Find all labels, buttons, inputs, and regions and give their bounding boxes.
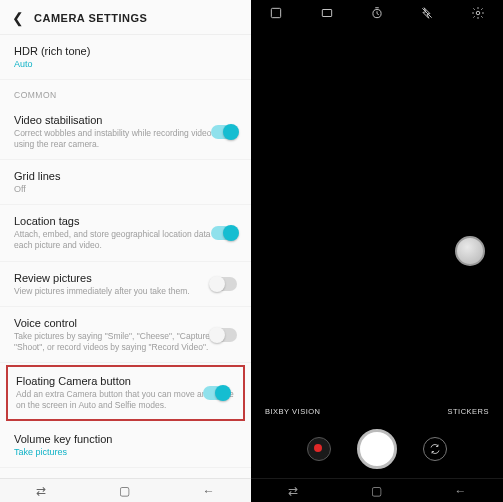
settings-pane: ❮ CAMERA SETTINGS HDR (rich tone) Auto C… bbox=[0, 0, 251, 502]
setting-review-pictures[interactable]: Review pictures View pictures immediatel… bbox=[0, 262, 251, 308]
bixby-vision-button[interactable]: BIXBY VISION bbox=[265, 407, 320, 416]
floating-shutter-button[interactable] bbox=[455, 236, 485, 266]
setting-desc: Attach, embed, and store geographical lo… bbox=[14, 229, 237, 250]
setting-grid-lines[interactable]: Grid lines Off bbox=[0, 160, 251, 205]
svg-point-4 bbox=[476, 11, 480, 15]
toggle[interactable] bbox=[203, 386, 229, 400]
nav-back-icon[interactable]: ← bbox=[455, 484, 467, 498]
section-header: COMMON bbox=[0, 80, 251, 104]
back-icon[interactable]: ❮ bbox=[12, 10, 24, 26]
gallery-thumbnail[interactable] bbox=[307, 437, 331, 461]
page-title: CAMERA SETTINGS bbox=[34, 12, 147, 24]
setting-reset[interactable]: Reset settings bbox=[0, 468, 251, 478]
toggle[interactable] bbox=[211, 125, 237, 139]
svg-rect-1 bbox=[322, 9, 331, 16]
setting-label: Review pictures bbox=[14, 272, 237, 284]
nav-back-icon[interactable]: ← bbox=[203, 484, 215, 498]
setting-location-tags[interactable]: Location tags Attach, embed, and store g… bbox=[0, 205, 251, 261]
nav-home-icon[interactable]: ▢ bbox=[371, 484, 382, 498]
nav-recent-icon[interactable]: ⇄ bbox=[288, 484, 298, 498]
setting-label: Grid lines bbox=[14, 170, 237, 182]
settings-scroll[interactable]: HDR (rich tone) Auto COMMON Video stabil… bbox=[0, 35, 251, 478]
setting-label: Video stabilisation bbox=[14, 114, 237, 126]
gear-icon[interactable] bbox=[471, 6, 485, 23]
setting-hdr[interactable]: HDR (rich tone) Auto bbox=[0, 35, 251, 80]
camera-pane: BIXBY VISION STICKERS ⇄ ▢ ← bbox=[251, 0, 503, 502]
setting-label: Floating Camera button bbox=[16, 375, 235, 387]
expand-icon[interactable] bbox=[269, 6, 283, 23]
settings-header: ❮ CAMERA SETTINGS bbox=[0, 0, 251, 35]
flash-icon[interactable] bbox=[420, 6, 434, 23]
switch-camera-button[interactable] bbox=[423, 437, 447, 461]
nav-bar: ⇄ ▢ ← bbox=[0, 478, 251, 502]
aspect-icon[interactable] bbox=[320, 6, 334, 23]
nav-bar: ⇄ ▢ ← bbox=[251, 478, 503, 502]
setting-value: Take pictures bbox=[14, 447, 237, 457]
stickers-button[interactable]: STICKERS bbox=[447, 407, 489, 416]
nav-recent-icon[interactable]: ⇄ bbox=[36, 484, 46, 498]
setting-desc: View pictures immediately after you take… bbox=[14, 286, 237, 297]
setting-floating-camera-button[interactable]: Floating Camera button Add an extra Came… bbox=[6, 365, 245, 420]
setting-value: Off bbox=[14, 184, 237, 194]
shutter-button[interactable] bbox=[357, 429, 397, 469]
svg-rect-0 bbox=[272, 8, 281, 17]
toggle[interactable] bbox=[211, 226, 237, 240]
camera-controls bbox=[251, 420, 503, 478]
toggle[interactable] bbox=[211, 328, 237, 342]
mode-labels: BIXBY VISION STICKERS bbox=[251, 407, 503, 420]
setting-label: Voice control bbox=[14, 317, 237, 329]
setting-desc: Correct wobbles and instability while re… bbox=[14, 128, 237, 149]
setting-video-stabilisation[interactable]: Video stabilisation Correct wobbles and … bbox=[0, 104, 251, 160]
setting-voice-control[interactable]: Voice control Take pictures by saying "S… bbox=[0, 307, 251, 363]
setting-value: Auto bbox=[14, 59, 237, 69]
setting-volume-key-function[interactable]: Volume key function Take pictures bbox=[0, 423, 251, 468]
setting-label: Location tags bbox=[14, 215, 237, 227]
nav-home-icon[interactable]: ▢ bbox=[119, 484, 130, 498]
setting-desc: Take pictures by saying "Smile", "Cheese… bbox=[14, 331, 237, 352]
setting-label: HDR (rich tone) bbox=[14, 45, 237, 57]
toggle[interactable] bbox=[211, 277, 237, 291]
camera-top-bar bbox=[251, 0, 503, 28]
timer-icon[interactable] bbox=[370, 6, 384, 23]
setting-label: Volume key function bbox=[14, 433, 237, 445]
camera-viewfinder[interactable] bbox=[251, 28, 503, 407]
